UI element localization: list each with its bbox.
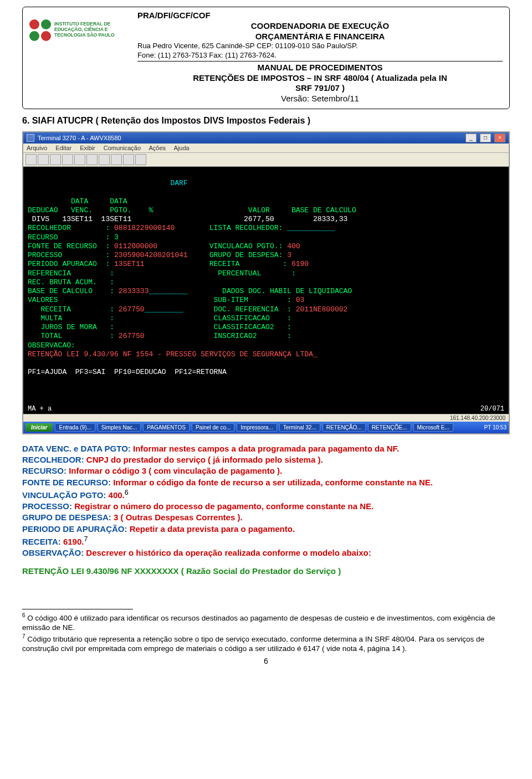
menu-comunicacao[interactable]: Comunicação xyxy=(104,145,141,151)
field-text: 400. xyxy=(109,490,125,500)
footnote-6: O código 400 é utilizado para identifica… xyxy=(22,614,495,632)
maximize-button[interactable]: □ xyxy=(480,134,491,142)
toolbar-btn[interactable] xyxy=(74,154,85,165)
manual-sub1: RETENÇÕES DE IMPOSTOS – IN SRF 480/04 ( … xyxy=(137,73,503,84)
status-left: MA + a xyxy=(28,405,52,413)
terminal-titlebar[interactable]: Terminal 3270 - A - AWVX8580 _ □ × xyxy=(23,132,509,144)
task-item[interactable]: Painel de co... xyxy=(192,423,234,432)
taskbar-clock: PT 10:53 xyxy=(484,424,507,430)
close-button[interactable]: × xyxy=(494,134,505,142)
manual-title: MANUAL DE PROCEDIMENTOS xyxy=(137,63,503,73)
menu-acoes[interactable]: Ações xyxy=(149,145,166,151)
phone: Fone: (11) 2763-7513 Fax: (11) 2763-7624… xyxy=(137,51,503,60)
coord-line1: COORDENADORIA DE EXECUÇÃO xyxy=(137,21,503,32)
cursor-pos: 20/071 xyxy=(480,405,504,413)
row-divs: DIVS 13SET11 13SET11 2677,50 28333,33 xyxy=(28,215,347,223)
minimize-button[interactable]: _ xyxy=(466,134,477,142)
instruction-list: DATA VENC. e DATA PGTO: Informar nestes … xyxy=(22,443,510,559)
section-heading: 6. SIAFI ATUCPR ( Retenção dos Impostos … xyxy=(22,116,510,126)
field-text: Descrever o histórico da operação realiz… xyxy=(86,548,371,557)
observation-text: RETENÇÃO LEI 9.430/96 NF 1554 - PRESSEG … xyxy=(28,350,318,358)
task-item[interactable]: Simples Nac... xyxy=(98,423,141,432)
address: Rua Pedro Vicente, 625 Canindé-SP CEP: 0… xyxy=(137,42,503,50)
logo-caption: INSTITUTO FEDERAL DE EDUCAÇÃO, CIÊNCIA E… xyxy=(54,19,126,38)
toolbar-btn[interactable] xyxy=(135,154,146,165)
task-item[interactable]: RETENÇÕE... xyxy=(368,423,411,432)
terminal-toolbar[interactable] xyxy=(23,153,509,167)
version: Versão: Setembro/11 xyxy=(137,94,503,104)
field-text: Informar o código da fonte de recurso a … xyxy=(113,478,433,487)
field-text: Informar o código 3 ( com vinculação de … xyxy=(69,466,282,475)
task-item[interactable]: Entrada (9)... xyxy=(55,423,95,432)
retention-template: RETENÇÃO LEI 9.430/96 NF XXXXXXXX ( Razã… xyxy=(22,566,510,576)
field-label: OBSERVAÇÃO: xyxy=(22,548,86,557)
app-icon xyxy=(27,134,34,142)
field-text: Informar nestes campos a data programada… xyxy=(133,444,399,453)
footnote-ref-6: 6 xyxy=(125,489,129,496)
terminal-menubar[interactable]: Arquivo Editar Exibir Comunicação Ações … xyxy=(23,144,509,153)
col-head: DATA DATA xyxy=(28,197,127,206)
field-text: 3 ( Outras Despesas Correntes ). xyxy=(114,512,243,522)
task-item[interactable]: Impressora... xyxy=(237,423,277,432)
footnotes: 6 O código 400 é utilizado para identifi… xyxy=(22,612,510,653)
field-label: PERIODO DE APURAÇÃO: xyxy=(22,524,130,534)
toolbar-btn[interactable] xyxy=(62,154,73,165)
menu-ajuda[interactable]: Ajuda xyxy=(174,145,190,151)
field-label: VINCULAÇÃO PGTO: xyxy=(22,490,109,500)
institution-logo: INSTITUTO FEDERAL DE EDUCAÇÃO, CIÊNCIA E… xyxy=(29,11,126,104)
field-label: RECEITA: xyxy=(22,537,63,546)
row-head: DEDUCAO VENC. PGTO. % VALOR BASE DE CALC… xyxy=(28,206,356,214)
task-item[interactable]: PAGAMENTOS xyxy=(143,423,190,432)
coord-line2: ORÇAMENTÁRIA E FINANCEIRA xyxy=(137,32,503,42)
terminal-screen[interactable]: DARF DATA DATA DEDUCAO VENC. PGTO. % VAL… xyxy=(23,167,509,404)
manual-sub2: SRF 791/07 ) xyxy=(137,83,503,94)
start-button[interactable]: Iniciar xyxy=(25,423,53,432)
field-label: RECURSO: xyxy=(22,466,69,475)
footnote-7: Código tributário que representa a reten… xyxy=(22,634,484,653)
task-item[interactable]: RETENÇÃO... xyxy=(323,423,366,432)
terminal-ipbar: 161.148.40.200:23000 xyxy=(23,414,509,422)
menu-editar[interactable]: Editar xyxy=(55,145,71,151)
toolbar-btn[interactable] xyxy=(111,154,122,165)
menu-exibir[interactable]: Exibir xyxy=(80,145,95,151)
windows-taskbar[interactable]: Iniciar Entrada (9)... Simples Nac... PA… xyxy=(23,422,509,433)
field-text: Registrar o número do processo de pagame… xyxy=(74,501,374,511)
field-label: GRUPO DE DESPESA: xyxy=(22,512,114,522)
field-text: CNPJ do prestador do serviço ( já inform… xyxy=(86,455,323,464)
field-label: DATA VENC. e DATA PGTO: xyxy=(22,444,133,453)
pf-keys: PF1=AJUDA PF3=SAI PF10=DEDUCAO PF12=RETO… xyxy=(28,368,227,376)
document-header: INSTITUTO FEDERAL DE EDUCAÇÃO, CIÊNCIA E… xyxy=(22,7,510,109)
field-label: PROCESSO: xyxy=(22,501,74,511)
breadcrumb: PRA/DFI/GCF/COF xyxy=(137,11,503,21)
task-item[interactable]: Microsoft E... xyxy=(413,423,453,432)
window-title: Terminal 3270 - A - AWVX8580 xyxy=(38,135,121,141)
toolbar-btn[interactable] xyxy=(86,154,98,165)
terminal-window: Terminal 3270 - A - AWVX8580 _ □ × Arqui… xyxy=(22,131,510,434)
task-item[interactable]: Terminal 32... xyxy=(279,423,320,432)
toolbar-btn[interactable] xyxy=(123,154,134,165)
menu-arquivo[interactable]: Arquivo xyxy=(27,145,47,151)
toolbar-btn[interactable] xyxy=(99,154,110,165)
page-number: 6 xyxy=(22,657,510,665)
field-text: 6190. xyxy=(63,537,84,546)
footnote-separator xyxy=(22,609,133,609)
field-label: FONTE DE RECURSO: xyxy=(22,478,113,487)
field-label: RECOLHEDOR: xyxy=(22,455,86,464)
toolbar-btn[interactable] xyxy=(25,154,37,165)
toolbar-btn[interactable] xyxy=(38,154,49,165)
toolbar-btn[interactable] xyxy=(50,154,61,165)
terminal-statusbar: MA + a 20/071 xyxy=(23,404,509,414)
footnote-ref-7: 7 xyxy=(84,535,88,543)
field-text: Repetir a data prevista para o pagamento… xyxy=(130,524,295,534)
